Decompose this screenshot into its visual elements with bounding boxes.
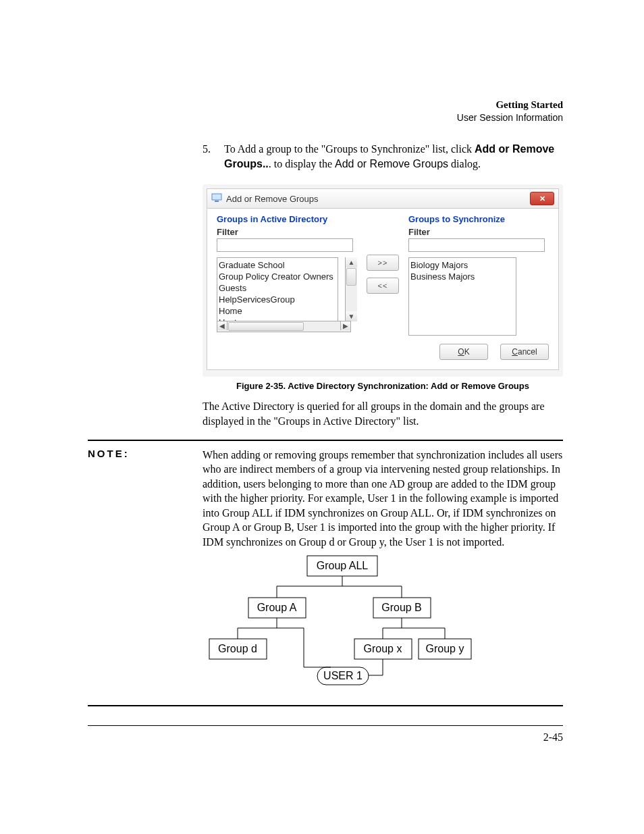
- step-number: 5.: [203, 142, 211, 171]
- svg-text:Group B: Group B: [381, 602, 422, 613]
- scroll-down-icon[interactable]: ▼: [346, 311, 357, 321]
- monitor-icon: [211, 193, 222, 205]
- paragraph: The Active Directory is queried for all …: [203, 399, 563, 428]
- group-tree-diagram: Group ALL Group A Group B Group d Group …: [203, 552, 473, 687]
- svg-text:Group x: Group x: [364, 643, 402, 654]
- horizontal-scrollbar[interactable]: ◀ ▶: [217, 321, 351, 332]
- list-item[interactable]: HelpServicesGroup: [219, 294, 336, 305]
- vertical-scrollbar[interactable]: ▲ ▼: [345, 257, 357, 321]
- svg-text:USER 1: USER 1: [323, 670, 363, 681]
- ok-button[interactable]: OK: [439, 344, 488, 360]
- left-pane-heading: Groups in Active Directory: [217, 214, 357, 224]
- note-body: When adding or removing groups remember …: [203, 448, 563, 550]
- list-item[interactable]: Home: [219, 305, 336, 317]
- note-content: When adding or removing groups remember …: [203, 448, 563, 694]
- list-item[interactable]: Biology Majors: [410, 259, 514, 271]
- left-filter-label: Filter: [217, 227, 357, 237]
- svg-text:Group d: Group d: [218, 643, 257, 654]
- close-button[interactable]: ✕: [530, 192, 554, 205]
- svg-text:Group y: Group y: [426, 643, 464, 654]
- note-label: NOTE:: [88, 448, 203, 694]
- left-listbox[interactable]: Graduate School Group Policy Creator Own…: [217, 257, 338, 321]
- dialog-title: Add or Remove Groups: [226, 194, 526, 204]
- header-title: Getting Started: [88, 98, 563, 111]
- scroll-up-icon[interactable]: ▲: [346, 257, 357, 267]
- footer-rule: [88, 725, 563, 726]
- figure-caption: Figure 2-35. Active Directory Synchroniz…: [203, 381, 563, 391]
- page-number: 2-45: [88, 731, 563, 744]
- list-item[interactable]: Group Policy Creator Owners: [219, 271, 336, 282]
- dialog-screenshot: Add or Remove Groups ✕ Groups in Active …: [203, 184, 563, 377]
- scroll-left-icon[interactable]: ◀: [217, 321, 227, 330]
- note-block: NOTE: When adding or removing groups rem…: [88, 440, 563, 706]
- list-item[interactable]: Graduate School: [219, 259, 336, 271]
- move-left-button[interactable]: <<: [367, 278, 399, 294]
- scroll-thumb[interactable]: [346, 268, 356, 286]
- hscroll-thumb[interactable]: [228, 322, 304, 331]
- header-subtitle: User Session Information: [88, 111, 563, 124]
- svg-rect-1: [215, 201, 219, 202]
- right-pane-heading: Groups to Synchronize: [408, 214, 549, 224]
- right-filter-label: Filter: [408, 227, 549, 237]
- cancel-button[interactable]: Cancel: [500, 344, 549, 360]
- left-filter-input[interactable]: [217, 238, 353, 252]
- scroll-right-icon[interactable]: ▶: [340, 321, 350, 330]
- page-header: Getting Started User Session Information: [88, 98, 563, 124]
- svg-text:Group ALL: Group ALL: [317, 560, 369, 571]
- dialog-titlebar: Add or Remove Groups ✕: [207, 189, 558, 209]
- list-item[interactable]: Business Majors: [410, 271, 514, 282]
- move-right-button[interactable]: >>: [367, 255, 399, 271]
- list-item[interactable]: Guests: [219, 282, 336, 294]
- svg-text:Group A: Group A: [257, 602, 297, 613]
- svg-rect-0: [212, 194, 221, 200]
- right-listbox[interactable]: Biology Majors Business Majors: [408, 257, 516, 336]
- step-text: To Add a group to the "Groups to Synchro…: [224, 142, 563, 171]
- step-5: 5. To Add a group to the "Groups to Sync…: [203, 142, 563, 171]
- right-filter-input[interactable]: [408, 238, 545, 252]
